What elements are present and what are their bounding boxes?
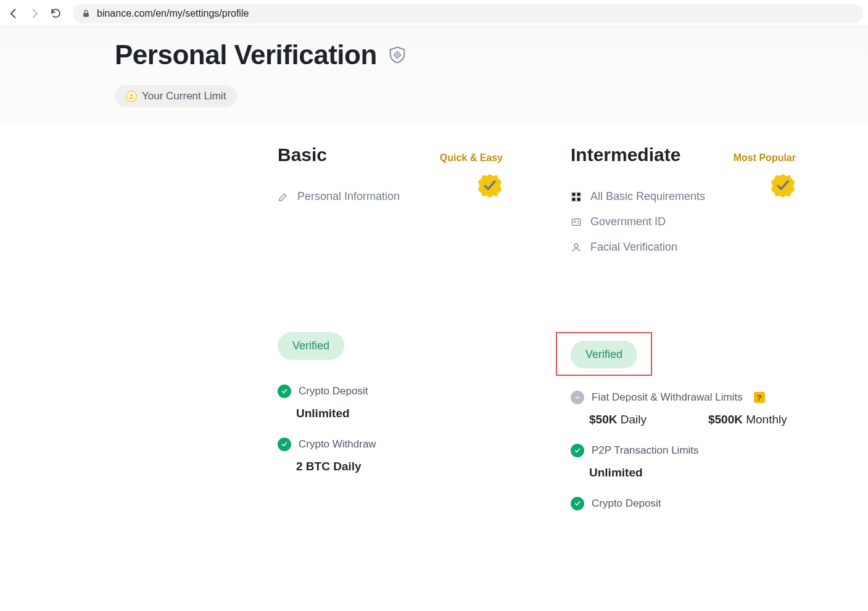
minus-circle-icon [571, 391, 584, 404]
tier-basic-name: Basic [278, 144, 327, 165]
check-circle-icon [571, 444, 584, 457]
req-label: Facial Verification [590, 241, 677, 254]
browser-toolbar: binance.com/en/my/settings/profile [0, 0, 868, 27]
req-facial: Facial Verification [571, 241, 796, 254]
page-title: Personal Verification [115, 39, 377, 70]
feature-intermediate-deposit: Crypto Deposit [571, 497, 796, 510]
page-header: Personal Verification Your Current Limit [0, 27, 868, 126]
feature-crypto-withdraw: Crypto Withdraw [278, 438, 503, 451]
req-label: All Basic Requirements [590, 190, 705, 203]
back-button[interactable] [5, 5, 22, 22]
check-circle-icon [571, 497, 584, 510]
svg-rect-8 [572, 197, 575, 201]
feature-fiat-limits: Fiat Deposit & Withdrawal Limits ? [571, 391, 796, 404]
svg-rect-7 [577, 193, 581, 196]
tier-basic-tag: Quick & Easy [440, 152, 503, 164]
current-limit-badge[interactable]: Your Current Limit [115, 85, 237, 107]
svg-rect-6 [572, 193, 575, 196]
check-circle-icon [278, 438, 291, 451]
feature-withdraw-value: 2 BTC Daily [296, 460, 503, 473]
forward-button[interactable] [26, 5, 43, 22]
feature-label: Crypto Deposit [299, 385, 368, 397]
fiat-daily-value: $50K Daily [589, 413, 647, 426]
req-all-basic: All Basic Requirements [571, 190, 796, 203]
check-circle-icon [278, 384, 291, 398]
url-bar[interactable]: binance.com/en/my/settings/profile [73, 4, 863, 23]
svg-rect-14 [572, 218, 581, 225]
lock-icon [81, 9, 91, 18]
feature-crypto-deposit: Crypto Deposit [278, 384, 503, 398]
svg-point-3 [130, 94, 132, 96]
svg-rect-0 [83, 13, 89, 17]
svg-rect-9 [577, 197, 581, 201]
feature-deposit-value: Unlimited [296, 407, 503, 420]
grid-icon [571, 191, 582, 202]
tier-intermediate-name: Intermediate [571, 144, 680, 165]
id-card-icon [571, 217, 582, 228]
feature-label: Crypto Deposit [592, 497, 661, 510]
url-text: binance.com/en/my/settings/profile [97, 8, 249, 19]
tier-container: Basic Quick & Easy Personal Information … [0, 126, 868, 544]
verified-pill-intermediate: Verified [571, 341, 637, 368]
req-gov-id: Government ID [571, 215, 796, 228]
user-dot-icon [126, 91, 137, 102]
shield-icon [388, 46, 407, 64]
edit-icon [278, 191, 289, 202]
reload-button[interactable] [47, 5, 64, 22]
feature-p2p: P2P Transaction Limits [571, 444, 796, 457]
tier-intermediate-tag: Most Popular [734, 152, 796, 164]
req-personal-info: Personal Information [278, 190, 503, 203]
person-icon [571, 242, 582, 253]
svg-point-16 [574, 244, 578, 247]
feature-p2p-value: Unlimited [589, 466, 796, 480]
svg-point-2 [396, 54, 398, 56]
reload-icon [50, 7, 62, 19]
feature-label: P2P Transaction Limits [592, 444, 699, 457]
verified-seal-icon [770, 173, 796, 201]
svg-point-15 [574, 220, 576, 222]
verified-seal-icon [477, 173, 503, 201]
highlight-annotation: Verified [556, 332, 652, 376]
help-icon[interactable]: ? [754, 392, 765, 403]
tier-intermediate: Intermediate Most Popular All Basic Requ… [571, 144, 796, 519]
fiat-monthly-value: $500K Monthly [708, 413, 787, 426]
req-label: Government ID [590, 215, 666, 228]
feature-label: Crypto Withdraw [299, 438, 376, 451]
arrow-left-icon [7, 7, 20, 20]
arrow-right-icon [28, 7, 41, 20]
feature-label: Fiat Deposit & Withdrawal Limits [592, 391, 743, 404]
req-label: Personal Information [297, 190, 400, 203]
current-limit-label: Your Current Limit [142, 90, 226, 102]
tier-basic: Basic Quick & Easy Personal Information … [278, 144, 503, 519]
verified-pill-basic: Verified [278, 332, 344, 360]
